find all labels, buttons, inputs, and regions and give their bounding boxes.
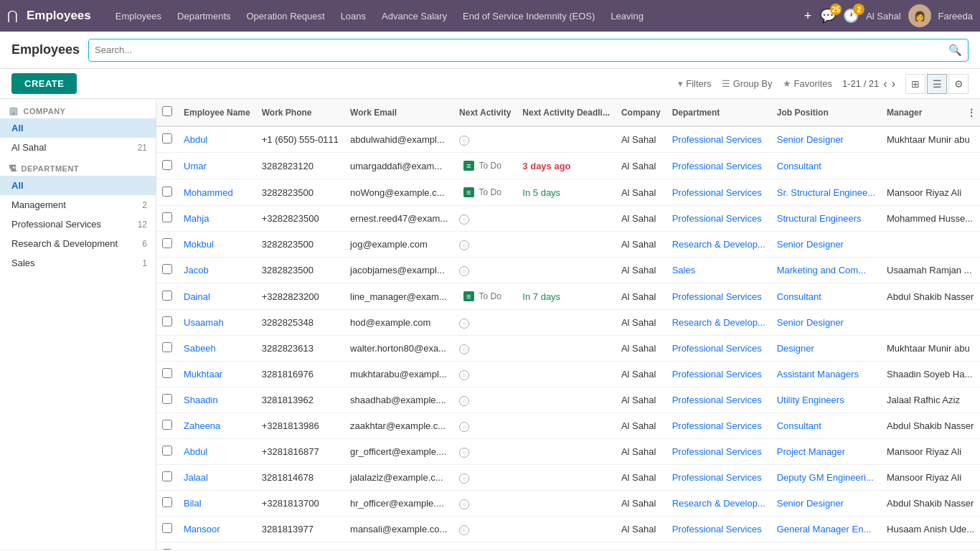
sidebar-item-management[interactable]: Management 2 bbox=[0, 195, 156, 215]
nav-add-button[interactable]: + bbox=[800, 9, 816, 24]
employee-name[interactable]: Zaheena bbox=[184, 420, 220, 431]
employee-job[interactable]: Consultant bbox=[777, 420, 821, 431]
row-checkbox[interactable] bbox=[162, 133, 172, 143]
employee-department[interactable]: Professional Services bbox=[672, 213, 762, 224]
row-checkbox[interactable] bbox=[162, 497, 172, 507]
employee-job[interactable]: General Manager En... bbox=[777, 524, 872, 534]
employee-department[interactable]: Professional Services bbox=[672, 134, 762, 145]
employee-name[interactable]: Abdul bbox=[184, 134, 207, 145]
messages-notification[interactable]: 💬 25 bbox=[820, 8, 836, 24]
activity-notification[interactable]: 🕐 2 bbox=[843, 8, 859, 24]
row-checkbox[interactable] bbox=[162, 368, 172, 378]
nav-eos[interactable]: End of Service Indemnity (EOS) bbox=[456, 6, 602, 26]
search-bar[interactable]: 🔍 bbox=[88, 39, 969, 62]
employee-name[interactable]: Jacob bbox=[184, 265, 209, 276]
pagination-next[interactable]: › bbox=[892, 77, 895, 90]
row-checkbox[interactable] bbox=[162, 160, 172, 170]
employee-name[interactable]: Shaadin bbox=[184, 395, 218, 405]
employee-job[interactable]: Marketing and Com... bbox=[777, 265, 866, 276]
employee-name[interactable]: Mohammed bbox=[184, 187, 233, 198]
employee-department[interactable]: Research & Develop... bbox=[672, 239, 765, 250]
row-checkbox[interactable] bbox=[162, 264, 172, 274]
row-checkbox[interactable] bbox=[162, 446, 172, 456]
nav-employees[interactable]: Employees bbox=[108, 6, 169, 26]
employee-name[interactable]: Mukhtaar bbox=[184, 369, 222, 380]
employee-department[interactable]: Research & Develop... bbox=[672, 498, 765, 509]
kanban-view-button[interactable]: ⊞ bbox=[905, 74, 925, 94]
nav-loans[interactable]: Loans bbox=[334, 6, 373, 26]
row-checkbox[interactable] bbox=[162, 212, 172, 222]
employee-name[interactable]: Abdul bbox=[184, 446, 207, 457]
sidebar-item-label: Professional Services bbox=[11, 219, 101, 230]
employee-department[interactable]: Professional Services bbox=[672, 161, 762, 171]
employee-department[interactable]: Professional Services bbox=[672, 446, 762, 457]
row-checkbox[interactable] bbox=[162, 291, 172, 301]
row-checkbox[interactable] bbox=[162, 471, 172, 481]
sidebar-item-professional-services[interactable]: Professional Services 12 bbox=[0, 215, 156, 234]
employee-department[interactable]: Professional Services bbox=[672, 291, 762, 302]
company-section-icon: 🏢 bbox=[9, 106, 19, 116]
col-settings-icon[interactable]: ⋮ bbox=[967, 108, 976, 118]
employee-name[interactable]: Sabeeh bbox=[184, 343, 216, 354]
row-checkbox[interactable] bbox=[162, 523, 172, 533]
employee-email: abdulwahid@exampl... bbox=[344, 126, 453, 153]
nav-departments[interactable]: Departments bbox=[170, 6, 237, 26]
nav-advance-salary[interactable]: Advance Salary bbox=[374, 6, 454, 26]
employee-department[interactable]: Professional Services bbox=[672, 187, 762, 198]
avatar[interactable]: 👩 bbox=[908, 4, 931, 27]
employee-name[interactable]: Mansoor bbox=[184, 524, 220, 534]
employee-department[interactable]: Professional Services bbox=[672, 343, 762, 354]
employee-job[interactable]: Designer bbox=[777, 343, 814, 354]
favorites-button[interactable]: ★ Favorites bbox=[783, 78, 832, 89]
employee-department[interactable]: Professional Services bbox=[672, 395, 762, 405]
employee-department[interactable]: Sales bbox=[672, 265, 696, 276]
pagination-prev[interactable]: ‹ bbox=[883, 77, 887, 90]
group-by-button[interactable]: ☰ Group By bbox=[722, 78, 773, 89]
create-button[interactable]: CREATE bbox=[11, 73, 77, 94]
row-checkbox[interactable] bbox=[162, 187, 172, 197]
employee-name[interactable]: Jalaal bbox=[184, 472, 208, 483]
row-checkbox[interactable] bbox=[162, 394, 172, 404]
sidebar-item-research-development[interactable]: Research & Development 6 bbox=[0, 234, 156, 253]
list-view-button[interactable]: ☰ bbox=[927, 74, 947, 94]
row-checkbox[interactable] bbox=[162, 316, 172, 326]
employee-department[interactable]: Professional Services bbox=[672, 369, 762, 380]
employee-job[interactable]: Consultant bbox=[777, 161, 821, 171]
nav-operation-request[interactable]: Operation Request bbox=[240, 6, 332, 26]
sidebar-item-company-all[interactable]: All bbox=[0, 118, 156, 138]
sidebar-item-al-sahal[interactable]: Al Sahal 21 bbox=[0, 138, 156, 157]
employee-job[interactable]: Deputy GM Engineeri... bbox=[777, 472, 874, 483]
nav-leaving[interactable]: Leaving bbox=[603, 6, 651, 26]
employee-job[interactable]: Senior Designer bbox=[777, 134, 844, 145]
employee-job[interactable]: Assistant Managers bbox=[777, 369, 859, 380]
employee-job[interactable]: Consultant bbox=[777, 291, 821, 302]
employee-name[interactable]: Bilal bbox=[184, 498, 202, 509]
employee-job[interactable]: Project Manager bbox=[777, 446, 845, 457]
settings-view-button[interactable]: ⚙ bbox=[948, 74, 969, 94]
employee-name[interactable]: Mokbul bbox=[184, 239, 214, 250]
employee-name[interactable]: Umar bbox=[184, 161, 207, 171]
search-input[interactable] bbox=[95, 44, 948, 55]
select-all-checkbox[interactable] bbox=[162, 106, 172, 116]
row-checkbox[interactable] bbox=[162, 549, 172, 550]
row-checkbox[interactable] bbox=[162, 238, 172, 248]
employee-name[interactable]: Usaamah bbox=[184, 317, 224, 328]
employee-job[interactable]: Senior Designer bbox=[777, 317, 844, 328]
employee-job[interactable]: Structural Engineers bbox=[777, 213, 862, 224]
employee-department[interactable]: Professional Services bbox=[672, 420, 762, 431]
employee-name[interactable]: Mahja bbox=[184, 213, 209, 224]
employee-department[interactable]: Professional Services bbox=[672, 472, 762, 483]
row-checkbox[interactable] bbox=[162, 342, 172, 352]
grid-icon[interactable]: ⋂ bbox=[7, 8, 18, 24]
sidebar-item-dept-all[interactable]: All bbox=[0, 176, 156, 195]
employee-job[interactable]: Senior Designer bbox=[777, 498, 844, 509]
employee-job[interactable]: Senior Designer bbox=[777, 239, 844, 250]
employee-job[interactable]: Utility Engineers bbox=[777, 395, 844, 405]
employee-job[interactable]: Sr. Structural Enginee... bbox=[777, 187, 875, 198]
employee-department[interactable]: Research & Develop... bbox=[672, 317, 765, 328]
filters-button[interactable]: ▾ Filters bbox=[678, 78, 711, 89]
employee-name[interactable]: Dainal bbox=[184, 291, 210, 302]
sidebar-item-sales[interactable]: Sales 1 bbox=[0, 253, 156, 273]
row-checkbox[interactable] bbox=[162, 420, 172, 430]
employee-department[interactable]: Professional Services bbox=[672, 524, 762, 534]
